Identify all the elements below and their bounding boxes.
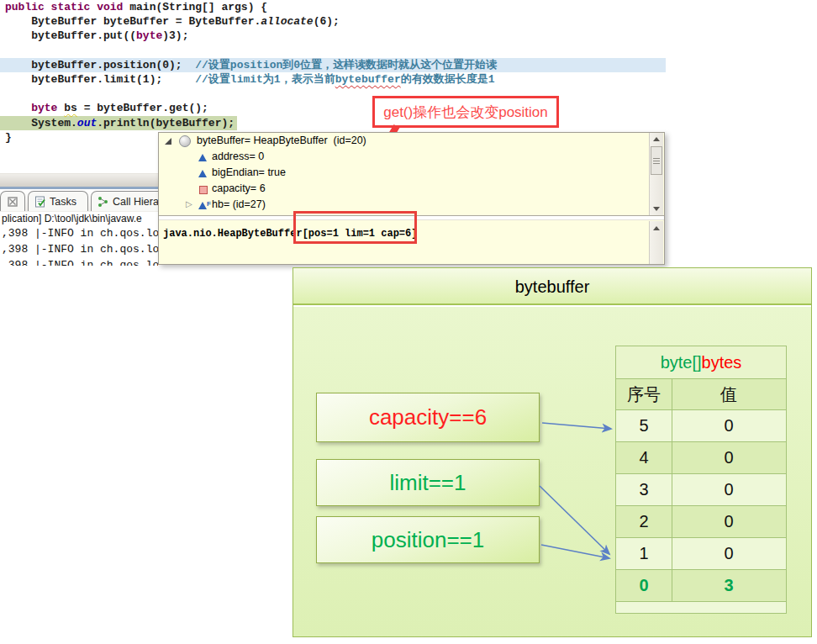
diagram-body: capacity==6limit==1position==1 byte[] by… [293, 307, 811, 636]
code-token: bs [64, 102, 77, 114]
index-cell: 2 [616, 506, 672, 537]
console-log-line: ,398 |-INFO in ch.qos.lo [0, 241, 158, 257]
workbench-fragment: Tasks Call Hierar plication] D:\tool\jdk… [0, 173, 158, 266]
table-caption-token: bytes [702, 353, 742, 372]
code-token: bytebuffer [335, 73, 401, 86]
table-row: 40 [616, 441, 786, 473]
table-header-cell: 序号 [616, 379, 672, 409]
index-cell: 1 [616, 538, 672, 569]
view-tab-bar: Tasks Call Hierar [0, 189, 158, 212]
tab-label: Tasks [50, 196, 76, 208]
table-row: 20 [616, 505, 786, 537]
variables-tree[interactable]: byteBuffer= HeapByteBuffer (id=20)addres… [159, 133, 650, 215]
table-caption-token: byte[] [661, 353, 702, 372]
bytebuffer-diagram: bytebuffer capacity==6limit==1position==… [293, 267, 812, 637]
editor-bottom-band [0, 173, 158, 187]
code-lines: public static void main(String[] args) {… [0, 0, 666, 145]
code-token: //设置limit为1，表示当前 [195, 73, 335, 86]
diagram-label-capacity: capacity==6 [316, 393, 540, 442]
value-highlight-box [293, 211, 417, 244]
table-caption: byte[] bytes [616, 346, 786, 378]
code-line: public static void main(String[] args) { [0, 0, 666, 14]
code-line [0, 44, 666, 58]
code-token: (6); [314, 15, 340, 28]
value-cell: 0 [672, 538, 785, 569]
diagram-label-text: limit==1 [389, 470, 466, 496]
collapsed-twistie-icon[interactable]: ▷ [186, 201, 192, 208]
code-line: System.out.println(byteBuffer); [0, 116, 237, 130]
table-row: 50 [616, 409, 786, 441]
value-detail-area: java.nio.HeapByteBuffer[pos=1 lim=1 cap=… [159, 221, 650, 264]
index-cell: 4 [616, 442, 672, 473]
tab-tasks[interactable]: Tasks [28, 191, 88, 211]
variable-label: address= 0 [212, 149, 264, 165]
index-cell: 3 [616, 474, 672, 505]
diagram-label-text: capacity==6 [369, 404, 487, 430]
annotation-box: get()操作也会改变position [372, 96, 559, 128]
code-token: 的有效数据长度是1 [401, 73, 495, 86]
code-line: byteBuffer.position(0); //设置position到0位置… [0, 58, 666, 72]
value-cell: 0 [672, 474, 785, 505]
table-row: 03 [616, 569, 786, 601]
field-blue-icon [198, 151, 210, 163]
code-token: )3); [162, 29, 188, 42]
console-log-line: ,398 |-INFO in ch.qos.lo [0, 257, 158, 266]
code-line: byte bs = byteBuffer.get(); [0, 101, 666, 115]
tab-partial[interactable] [0, 191, 25, 211]
minimized-view-icon [8, 197, 18, 207]
scrollbar-thumb[interactable] [651, 146, 662, 175]
code-token [5, 102, 31, 114]
scroll-down-icon[interactable] [651, 203, 662, 214]
scroll-up-icon[interactable] [651, 223, 662, 234]
diagram-label-limit: limit==1 [316, 459, 540, 506]
variable-label: byteBuffer= HeapByteBuffer (id=20) [197, 133, 366, 149]
value-cell: 0 [672, 506, 785, 537]
code-token: public static void [5, 1, 123, 13]
value-cell: 0 [672, 442, 785, 473]
index-cell: 0 [616, 570, 672, 601]
console-log-lines: ,398 |-INFO in ch.qos.lo,398 |-INFO in c… [0, 225, 158, 266]
field-blue-f-icon: F [198, 199, 210, 211]
code-token: byteBuffer.limit(1); [5, 73, 195, 86]
table-header-cell: 值 [672, 379, 785, 409]
variable-label: capacity= 6 [212, 181, 266, 197]
tasks-icon [34, 196, 46, 208]
debug-variables-popup: byteBuffer= HeapByteBuffer (id=20)addres… [158, 132, 665, 265]
field-blue-icon [198, 167, 210, 179]
tab-call-hierarchy[interactable]: Call Hierar [91, 191, 158, 211]
code-token: .println(byteBuffer); [97, 117, 235, 129]
index-cell: 5 [616, 410, 672, 441]
code-line [0, 87, 666, 101]
code-token: } [5, 131, 12, 144]
variable-row[interactable]: byteBuffer= HeapByteBuffer (id=20) [159, 133, 650, 149]
object-icon [179, 135, 191, 147]
diagram-label-text: position==1 [372, 527, 484, 553]
code-token: byteBuffer.position(0); [5, 59, 195, 71]
code-token: out [77, 117, 97, 129]
code-line: ByteBuffer byteBuffer = ByteBuffer.alloc… [0, 14, 666, 29]
code-token: byte [31, 102, 57, 114]
value-scrollbar[interactable] [649, 221, 663, 264]
code-token: byte [136, 29, 162, 42]
field-red-icon [198, 183, 210, 195]
expanded-twistie-icon[interactable] [165, 138, 171, 145]
code-line: byteBuffer.limit(1); //设置limit为1，表示当前byt… [0, 72, 666, 87]
code-token: allocate [261, 15, 313, 28]
tree-scrollbar[interactable] [649, 133, 663, 215]
table-empty-row [616, 601, 786, 613]
code-token: = byteBuffer.get(); [77, 102, 208, 114]
code-token: main(String[] args) { [123, 1, 267, 13]
console-header-line: plication] D:\tool\jdk\bin\javaw.e [0, 212, 158, 225]
code-token: //设置position到0位置，这样读数据时就从这个位置开始读 [195, 59, 497, 71]
call-hierarchy-icon [98, 196, 109, 208]
table-header-row: 序号值 [616, 378, 786, 409]
variable-row[interactable]: capacity= 6 [159, 181, 650, 197]
code-token: System. [5, 117, 77, 129]
scroll-up-icon[interactable] [651, 134, 662, 145]
screenshot-root: public static void main(String[] args) {… [0, 0, 817, 644]
variable-row[interactable]: address= 0 [159, 149, 650, 165]
table-row: 10 [616, 537, 786, 569]
code-line: byteBuffer.put((byte)3); [0, 29, 666, 43]
variable-row[interactable]: bigEndian= true [159, 165, 650, 181]
annotation-text: get()操作也会改变position [383, 103, 548, 122]
